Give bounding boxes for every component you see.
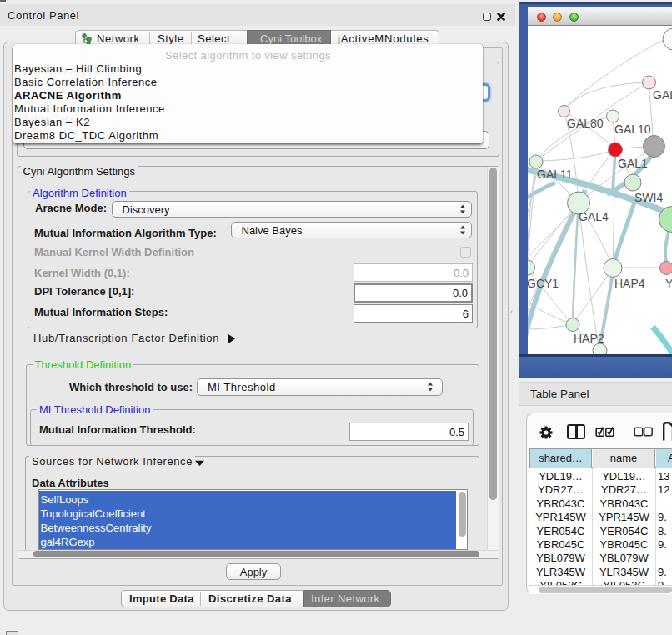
svg-text:GAL2: GAL2: [653, 88, 672, 102]
svg-text:GAL4: GAL4: [579, 210, 609, 223]
svg-text:HAP2: HAP2: [574, 332, 604, 345]
svg-text:SWI4: SWI4: [634, 191, 663, 204]
svg-text:GAL11: GAL11: [537, 168, 573, 181]
svg-text:HAP4: HAP4: [614, 277, 645, 290]
svg-text:GAL10: GAL10: [614, 122, 651, 136]
svg-text:GAL1: GAL1: [618, 157, 648, 170]
svg-text:GAL80: GAL80: [567, 117, 604, 130]
svg-text:Y: Y: [665, 277, 672, 290]
svg-text:GCY1: GCY1: [528, 277, 559, 290]
